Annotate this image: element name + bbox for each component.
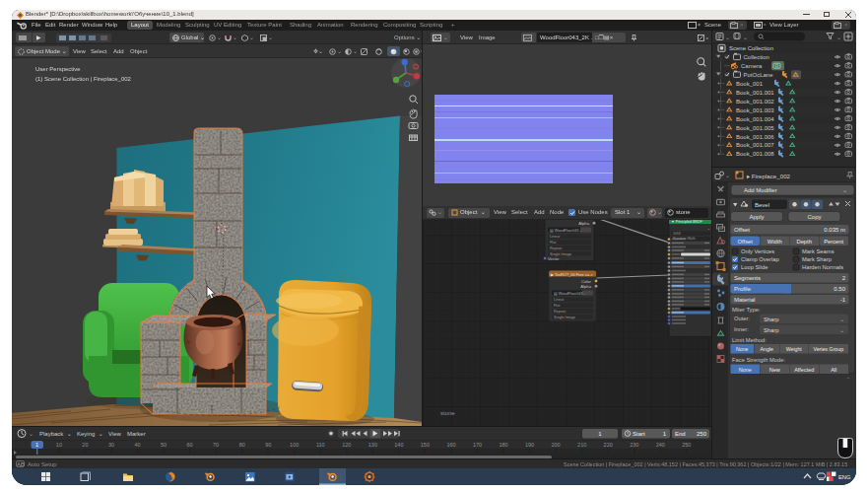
svg-text:Angle: Angle: [761, 346, 773, 352]
svg-text:All: All: [831, 367, 836, 373]
svg-text:230: 230: [630, 442, 638, 448]
svg-text:180: 180: [500, 442, 508, 448]
svg-text:⌄: ⌄: [29, 431, 33, 437]
svg-text:40: 40: [134, 442, 140, 448]
svg-text:Affected: Affected: [794, 367, 814, 373]
svg-text:Alpha: Alpha: [580, 283, 591, 288]
svg-text:Book_001.007: Book_001.007: [736, 142, 774, 148]
svg-text:Book_001.002: Book_001.002: [736, 99, 774, 105]
svg-text:Face Strength Mode:: Face Strength Mode:: [732, 357, 786, 363]
svg-text:Mark Sharp: Mark Sharp: [802, 256, 832, 262]
svg-text:Alpha: Alpha: [578, 220, 589, 225]
svg-text:1: 1: [35, 442, 38, 448]
svg-text:Single Image: Single Image: [554, 315, 575, 318]
svg-text:Only Vertices: Only Vertices: [741, 248, 774, 254]
svg-text:250: 250: [682, 442, 691, 448]
svg-text:Outer:: Outer:: [734, 316, 750, 321]
svg-text:Limit Method:: Limit Method:: [732, 337, 767, 343]
svg-text:Linear: Linear: [550, 235, 561, 239]
svg-text:Book_001.006: Book_001.006: [736, 134, 774, 140]
svg-text:Book_001.004: Book_001.004: [736, 116, 774, 122]
svg-text:Collection: Collection: [744, 54, 769, 60]
svg-text:Playback ⌄: Playback ⌄: [39, 431, 72, 437]
svg-text:150: 150: [421, 442, 430, 448]
svg-text:▶ TexRO?_00 Free sa...: ▶ TexRO?_00 Free sa...: [551, 271, 592, 276]
svg-text:120: 120: [342, 442, 351, 448]
svg-text:Flat: Flat: [550, 241, 557, 245]
svg-text:250: 250: [697, 431, 707, 437]
svg-text:100: 100: [290, 442, 299, 448]
svg-text:Repeat: Repeat: [550, 246, 563, 249]
svg-text:▼ Principled BSDF: ▼ Principled BSDF: [671, 220, 702, 224]
svg-text:PotOcLane: PotOcLane: [744, 72, 774, 78]
svg-text:stone: stone: [440, 410, 455, 416]
svg-text:ENG: ENG: [838, 474, 851, 480]
svg-text:10: 10: [56, 442, 62, 448]
svg-text:⌄: ⌄: [725, 173, 730, 178]
svg-text:Mark Seams: Mark Seams: [802, 248, 835, 254]
svg-text:Inner:: Inner:: [734, 326, 749, 332]
svg-text:Book_001.005: Book_001.005: [736, 125, 774, 131]
svg-text:190: 190: [525, 442, 534, 448]
svg-text:⌄: ⌄: [842, 187, 847, 193]
svg-text:Width: Width: [768, 239, 782, 245]
svg-text:80: 80: [239, 442, 245, 448]
svg-text:Bevel: Bevel: [755, 202, 769, 208]
svg-text:▤ WoodFloor043...: ▤ WoodFloor043...: [550, 228, 582, 232]
svg-text:None: None: [739, 367, 752, 373]
svg-text:200: 200: [552, 442, 561, 448]
svg-text:20: 20: [82, 442, 88, 448]
svg-text:Segments: Segments: [734, 275, 761, 281]
svg-text:Book_001: Book_001: [736, 81, 764, 87]
svg-text:⌄: ⌄: [707, 225, 710, 230]
svg-text:140: 140: [394, 442, 403, 448]
svg-text:Profile: Profile: [734, 286, 752, 292]
svg-text:⌄: ⌄: [839, 316, 844, 322]
svg-text:Scene Collection: Scene Collection: [729, 45, 773, 51]
svg-text:Add Modifier: Add Modifier: [744, 187, 777, 193]
svg-text:170: 170: [473, 442, 482, 448]
svg-text:⌄: ⌄: [743, 35, 748, 40]
svg-text:Flat: Flat: [554, 304, 561, 308]
svg-text:Vertex Group: Vertex Group: [813, 346, 843, 352]
svg-text:⌄: ⌄: [725, 35, 730, 40]
svg-text:▤ WoodFloor043...: ▤ WoodFloor043...: [554, 291, 586, 295]
svg-text:0.035 m: 0.035 m: [824, 227, 845, 233]
svg-text:Book_001.008: Book_001.008: [736, 151, 774, 157]
svg-text:240: 240: [656, 442, 665, 448]
svg-text:Linear: Linear: [554, 298, 565, 302]
svg-text:End: End: [675, 431, 686, 437]
svg-text:⌄: ⌄: [839, 327, 844, 333]
svg-text:130: 130: [368, 442, 377, 448]
svg-text:GGX: GGX: [673, 231, 682, 235]
svg-text:210: 210: [577, 442, 586, 448]
svg-text:Harden Normals: Harden Normals: [802, 264, 843, 270]
svg-text:New: New: [769, 367, 780, 373]
svg-text:Copy: Copy: [807, 214, 821, 220]
svg-text:-1: -1: [840, 297, 846, 303]
svg-text:60: 60: [187, 442, 193, 448]
svg-text:View: View: [108, 431, 122, 437]
svg-text:90: 90: [265, 442, 271, 448]
svg-text:Keying ⌄: Keying ⌄: [77, 431, 103, 437]
svg-text:Apply: Apply: [749, 214, 764, 220]
svg-text:Start: Start: [633, 431, 645, 437]
svg-text:110: 110: [316, 442, 325, 448]
svg-text:Sharp: Sharp: [764, 316, 778, 322]
svg-text:30: 30: [108, 442, 114, 448]
svg-text:0.50: 0.50: [834, 286, 845, 292]
svg-text:None: None: [736, 346, 749, 352]
svg-text:Camera: Camera: [741, 63, 763, 69]
svg-text:Depth: Depth: [796, 239, 811, 245]
svg-text:Miter Type:: Miter Type:: [732, 307, 761, 313]
svg-text:Repeat: Repeat: [554, 309, 567, 313]
svg-text:Percent: Percent: [824, 239, 843, 245]
svg-text:Book_001.001: Book_001.001: [736, 90, 774, 96]
svg-text:70: 70: [213, 442, 219, 448]
svg-text:⌄: ⌄: [836, 35, 841, 40]
svg-text:Clamp Overlap: Clamp Overlap: [741, 256, 779, 262]
svg-text:Offset: Offset: [738, 239, 754, 245]
svg-text:Book_001.003: Book_001.003: [736, 107, 774, 113]
svg-text:Loop Slide: Loop Slide: [741, 264, 768, 270]
svg-text:160: 160: [446, 442, 455, 448]
